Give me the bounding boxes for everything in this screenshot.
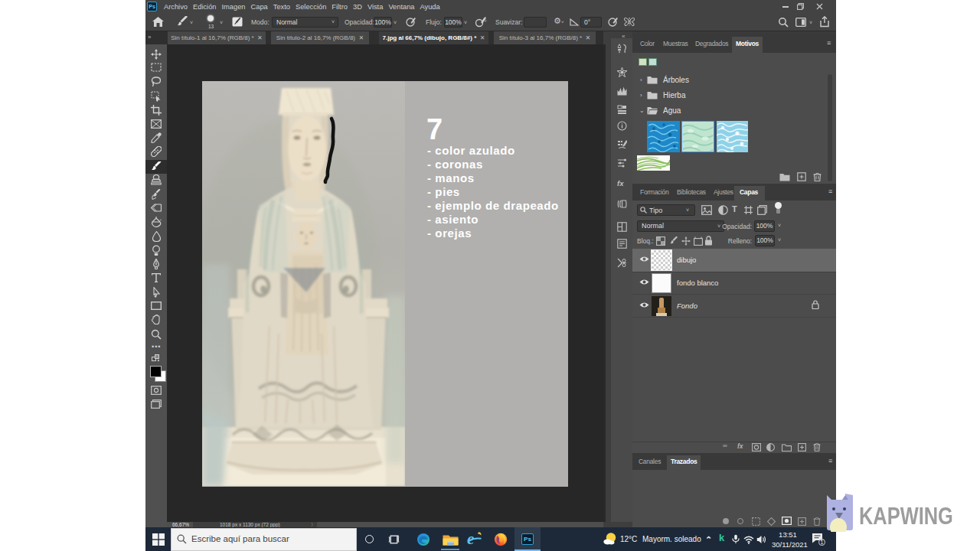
- svg-text:1: 1: [821, 540, 824, 545]
